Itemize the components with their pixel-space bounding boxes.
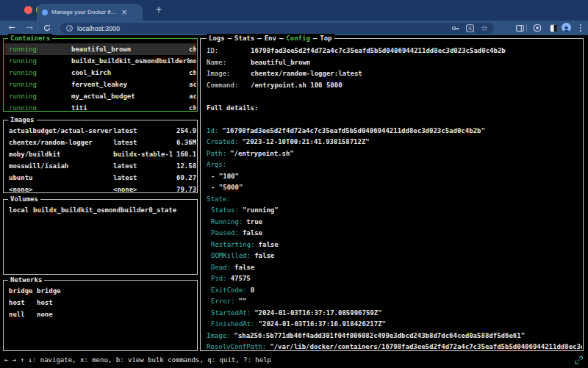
image-row[interactable]: chentex/random-logger latest 6.36MB bbox=[4, 137, 196, 148]
forward-icon[interactable]: → bbox=[24, 22, 35, 34]
container-row-selected[interactable]: running beautiful_brown ch bbox=[4, 43, 196, 55]
dark-reader-extension-icon[interactable] bbox=[548, 23, 559, 33]
image-size: 12.58MB bbox=[176, 162, 196, 170]
image-size: 69.27MB bbox=[176, 174, 196, 181]
tab-logs[interactable]: Logs bbox=[209, 35, 225, 42]
volumes-list: local buildx_buildkit_osmondbuilder0_sta… bbox=[4, 204, 196, 273]
profile-avatar[interactable] bbox=[562, 23, 571, 32]
detail-line: Args: bbox=[207, 159, 582, 171]
image-tag: <none> bbox=[113, 186, 176, 192]
container-name: beautiful_brown bbox=[71, 46, 189, 53]
images-list: actualbudget/actual-server latest 254.9M… bbox=[4, 125, 196, 192]
browser-menu-kebab-icon[interactable] bbox=[578, 23, 584, 33]
image-name: ubuntu bbox=[9, 174, 113, 181]
side-panel-icon[interactable] bbox=[514, 23, 525, 33]
container-row[interactable]: running fervent_leakey ac bbox=[4, 79, 196, 90]
config-summary-line: Name:beautiful_brown bbox=[207, 57, 582, 69]
detail-key: Image: bbox=[207, 332, 231, 339]
keybinding-statusbar: ← → ↑ ↓: navigate, x: menu, b: view bulk… bbox=[4, 356, 271, 364]
volume-name: buildx_buildkit_osmondbuilder0_state bbox=[33, 206, 196, 214]
close-window-button[interactable] bbox=[24, 6, 32, 14]
image-row[interactable]: mosswill/isaiah latest 12.58MB bbox=[4, 160, 196, 172]
container-row[interactable]: running buildx_buildkit_osmondbuilder0 m… bbox=[4, 55, 196, 67]
back-icon[interactable]: ← bbox=[6, 22, 18, 34]
detail-key: State: bbox=[207, 195, 231, 203]
network-row[interactable]: host host bbox=[4, 297, 196, 309]
address-bar[interactable]: i localhost:3000 A ☆ bbox=[60, 23, 494, 34]
new-tab-button[interactable]: + bbox=[155, 4, 162, 15]
image-name: moby/buildkit bbox=[9, 151, 113, 158]
volume-row[interactable]: local buildx_buildkit_osmondbuilder0_sta… bbox=[4, 204, 196, 216]
site-info-icon[interactable]: i bbox=[66, 25, 73, 32]
detail-line: ResolvConfPath:"/var/lib/docker/containe… bbox=[207, 342, 582, 350]
networks-list: bridge bridge host host null none bbox=[4, 285, 196, 350]
blank-line bbox=[207, 114, 582, 126]
containers-panel: Containers running beautiful_brown ch ru… bbox=[3, 38, 198, 112]
container-status: running bbox=[9, 93, 71, 100]
translate-icon[interactable]: A bbox=[466, 24, 474, 32]
detail-line: State: bbox=[207, 194, 582, 206]
detail-line: Pid:47575 bbox=[207, 273, 582, 285]
full-details-heading: Full details: bbox=[207, 103, 582, 115]
detail-line: Status:"running" bbox=[207, 205, 582, 217]
detail-value: false bbox=[259, 241, 279, 248]
detail-key: ResolvConfPath: bbox=[207, 343, 266, 350]
tab-env[interactable]: Env bbox=[265, 35, 276, 42]
toolbar-separator bbox=[526, 24, 527, 32]
tab-top[interactable]: Top bbox=[320, 35, 331, 42]
detail-value: "/entrypoint.sh" bbox=[230, 150, 294, 157]
detail-value: "" bbox=[239, 297, 247, 305]
image-row[interactable]: <none> <none> 79.73MB bbox=[4, 184, 196, 192]
container-name: titi bbox=[71, 104, 189, 110]
container-image: ch bbox=[189, 69, 196, 76]
detail-value: "2024-01-03T16:37:16.918426217Z" bbox=[259, 320, 386, 328]
reload-icon[interactable] bbox=[41, 22, 53, 34]
config-summary-line: ID:16798fad3ee5d2f4d72a4c7c35eafd5b5d040… bbox=[207, 46, 582, 57]
image-row[interactable]: ubuntu latest 69.27MB bbox=[4, 172, 196, 184]
detail-key: Path: bbox=[207, 150, 226, 157]
detail-value: "/var/lib/docker/containers/16798fad3ee5… bbox=[270, 343, 582, 350]
extension-circle-icon[interactable] bbox=[532, 23, 542, 33]
network-row[interactable]: bridge bridge bbox=[4, 285, 196, 297]
password-key-icon[interactable] bbox=[451, 24, 459, 32]
tab-config[interactable]: Config bbox=[286, 35, 310, 42]
image-name: actualbudget/actual-server bbox=[9, 127, 113, 134]
detail-value: - "100" bbox=[211, 173, 239, 180]
image-size: 254.9MB bbox=[176, 127, 196, 134]
container-row[interactable]: running titi ch bbox=[4, 102, 196, 110]
detail-line: - "100" bbox=[207, 171, 582, 183]
browser-tab[interactable]: Manage your Docker fleet w × bbox=[37, 4, 143, 21]
container-row[interactable]: running cool_kirch ch bbox=[4, 67, 196, 79]
detail-key: Args: bbox=[207, 161, 226, 168]
detail-line: Paused:false bbox=[207, 228, 582, 239]
bookmark-star-icon[interactable]: ☆ bbox=[481, 24, 488, 32]
config-value: /entrypoint.sh 100 5000 bbox=[251, 82, 343, 89]
inspector-tabs: Logs—Stats—Env—Config—Top bbox=[207, 34, 334, 43]
tab-stats[interactable]: Stats bbox=[234, 35, 254, 42]
tab-close-icon[interactable]: × bbox=[121, 8, 127, 16]
containers-list: running beautiful_brown ch running build… bbox=[4, 43, 196, 110]
volumes-panel: Volumes local buildx_buildkit_osmondbuil… bbox=[3, 199, 198, 275]
config-value: beautiful_brown bbox=[251, 59, 310, 66]
config-content: ID:16798fad3ee5d2f4d72a4c7c35eafd5b5d040… bbox=[207, 46, 582, 350]
container-row[interactable]: running my_actual_budget ac bbox=[4, 90, 196, 102]
volumes-panel-title: Volumes bbox=[8, 195, 40, 204]
config-value: 16798fad3ee5d2f4d72a4c7c35eafd5b5d040694… bbox=[251, 47, 506, 54]
detail-line: Image:"sha256:5b771db46f4add301f04f00608… bbox=[207, 331, 582, 342]
detail-value: 0 bbox=[251, 286, 254, 294]
image-row[interactable]: moby/buildkit buildx-stable-1 168.13MB bbox=[4, 148, 196, 160]
detail-line: FinishedAt:"2024-01-03T16:37:16.91842621… bbox=[207, 319, 582, 331]
detail-line: Dead:false bbox=[207, 262, 582, 274]
detail-line: OOMKilled:false bbox=[207, 250, 582, 262]
image-row[interactable]: actualbudget/actual-server latest 254.9M… bbox=[4, 125, 196, 137]
image-tag: latest bbox=[113, 162, 176, 170]
detail-key: Running: bbox=[211, 218, 243, 226]
detail-key: OOMKilled: bbox=[211, 252, 251, 259]
network-row[interactable]: null none bbox=[4, 309, 196, 320]
browser-toolbar: ← → i localhost:3000 A ☆ bbox=[0, 21, 588, 35]
detail-key: StartedAt: bbox=[211, 309, 251, 317]
tab-strip: Manage your Docker fleet w × + bbox=[0, 0, 588, 21]
network-name: none bbox=[37, 311, 196, 318]
image-name: mosswill/isaiah bbox=[9, 162, 113, 170]
containers-panel-title: Containers bbox=[8, 34, 52, 43]
